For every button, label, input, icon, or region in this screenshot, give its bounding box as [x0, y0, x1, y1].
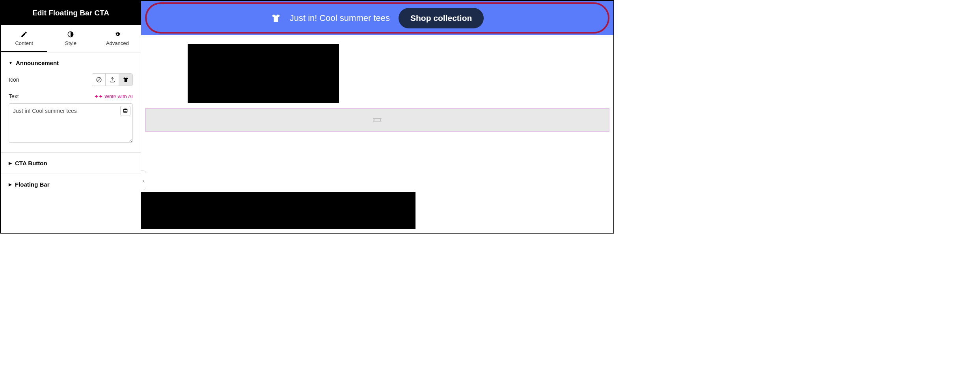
caret-down-icon: ▼	[9, 61, 13, 65]
section-announcement-title: Announcement	[16, 60, 59, 66]
empty-section-placeholder[interactable]	[145, 108, 609, 132]
icon-tshirt-button[interactable]	[119, 74, 132, 86]
write-with-ai-label: Write with AI	[104, 94, 133, 99]
preview-canvas: Just in! Cool summer tees Shop collectio…	[141, 1, 613, 233]
tab-content-label: Content	[15, 40, 33, 46]
caret-right-icon: ▶	[9, 161, 12, 165]
redacted-content-block	[188, 44, 339, 103]
icon-field-row: Icon	[9, 73, 133, 86]
editor-tabs: Content Style Advanced	[1, 25, 141, 52]
icon-none-button[interactable]	[92, 74, 106, 86]
tab-advanced[interactable]: Advanced	[94, 25, 141, 52]
svg-point-3	[123, 108, 127, 110]
section-floating-bar-title: Floating Bar	[15, 181, 50, 188]
shop-collection-button[interactable]: Shop collection	[399, 8, 484, 28]
tshirt-icon	[271, 13, 281, 23]
floating-bar-preview[interactable]: Just in! Cool summer tees Shop collectio…	[141, 1, 613, 35]
section-floating-bar-header[interactable]: ▶ Floating Bar	[1, 174, 141, 195]
editor-sidebar: Edit Floating Bar CTA Content Style Adva…	[1, 1, 141, 233]
tab-style[interactable]: Style	[47, 25, 94, 52]
icon-upload-button[interactable]	[106, 74, 119, 86]
chevron-left-icon: ‹	[142, 178, 144, 183]
gear-icon	[114, 31, 121, 38]
section-announcement-header[interactable]: ▼ Announcement	[1, 52, 141, 73]
sparkle-icon: ✦✦	[94, 94, 103, 99]
section-announcement-body: Icon Text ✦✦ Write with A	[1, 73, 141, 152]
dynamic-content-button[interactable]	[120, 106, 130, 116]
svg-line-2	[97, 78, 101, 81]
contrast-icon	[67, 31, 74, 38]
icon-label: Icon	[9, 77, 19, 83]
tab-content[interactable]: Content	[1, 25, 47, 52]
icon-selector	[92, 73, 133, 86]
collapse-sidebar-handle[interactable]: ‹	[141, 170, 146, 190]
pencil-icon	[20, 31, 28, 38]
text-label: Text	[9, 93, 19, 99]
floating-bar-text: Just in! Cool summer tees	[290, 13, 390, 23]
redacted-content-block	[141, 192, 415, 229]
section-cta-button: ▶ CTA Button	[1, 153, 141, 174]
tab-advanced-label: Advanced	[106, 40, 129, 46]
section-floating-bar: ▶ Floating Bar	[1, 174, 141, 195]
announcement-text-input[interactable]	[9, 103, 133, 143]
write-with-ai-link[interactable]: ✦✦ Write with AI	[94, 94, 133, 99]
ribbon-icon	[372, 116, 382, 124]
section-announcement: ▼ Announcement Icon Tex	[1, 52, 141, 153]
section-cta-title: CTA Button	[15, 160, 47, 166]
text-field-header: Text ✦✦ Write with AI	[9, 93, 133, 99]
sidebar-title: Edit Floating Bar CTA	[1, 1, 141, 25]
tab-style-label: Style	[65, 40, 76, 46]
text-input-wrapper	[9, 103, 133, 144]
caret-right-icon: ▶	[9, 182, 12, 187]
section-cta-header[interactable]: ▶ CTA Button	[1, 153, 141, 174]
